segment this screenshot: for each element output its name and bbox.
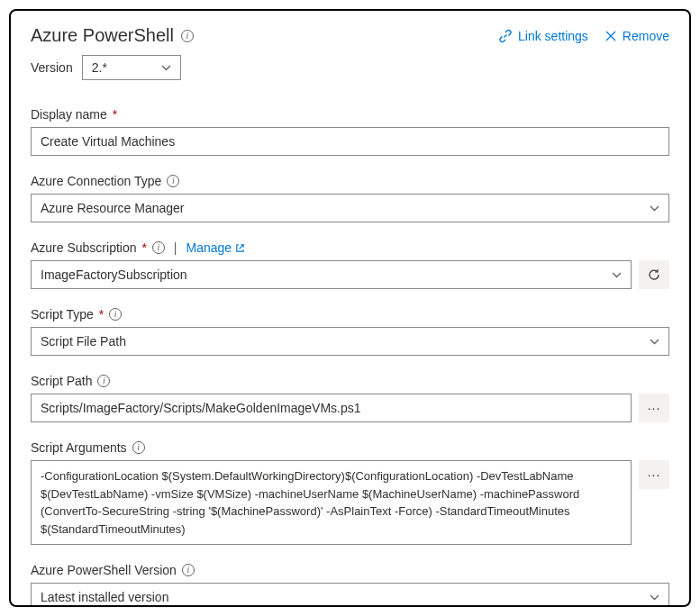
required-marker: * xyxy=(99,307,104,322)
ps-version-value: Latest installed version xyxy=(41,590,168,604)
field-label-row: Script Type * i xyxy=(31,307,669,322)
browse-button[interactable]: ··· xyxy=(639,394,669,422)
version-select[interactable]: 2.* xyxy=(82,55,181,80)
chevron-down-icon xyxy=(650,594,659,601)
input-row: ··· xyxy=(31,460,669,545)
version-value: 2.* xyxy=(92,60,107,75)
script-arguments-input[interactable] xyxy=(31,460,632,545)
connection-type-select[interactable]: Azure Resource Manager xyxy=(31,194,669,222)
chevron-down-icon xyxy=(650,205,659,212)
display-name-field: Display name * xyxy=(31,107,669,156)
expand-button[interactable]: ··· xyxy=(639,460,669,489)
script-arguments-field: Script Arguments i ··· xyxy=(31,440,669,545)
script-arguments-label: Script Arguments xyxy=(31,440,127,455)
input-row: ImageFactorySubscription xyxy=(31,260,669,289)
subscription-select[interactable]: ImageFactorySubscription xyxy=(31,260,632,289)
info-icon[interactable]: i xyxy=(152,241,165,254)
link-settings-button[interactable]: Link settings xyxy=(498,29,588,43)
script-type-label: Script Type * xyxy=(31,307,104,322)
subscription-field: Azure Subscription * i | Manage ImageFac… xyxy=(31,240,669,289)
subscription-value: ImageFactorySubscription xyxy=(41,267,187,282)
field-label-row: Script Path i xyxy=(31,374,669,388)
manage-label: Manage xyxy=(186,240,232,255)
script-type-field: Script Type * i Script File Path xyxy=(31,307,669,356)
connection-type-field: Azure Connection Type i Azure Resource M… xyxy=(31,174,669,222)
input-row: ··· xyxy=(31,394,669,422)
refresh-icon xyxy=(647,267,661,282)
field-label-row: Azure Subscription * i | Manage xyxy=(31,240,669,255)
script-type-select[interactable]: Script File Path xyxy=(31,327,669,356)
title-wrap: Azure PowerShell i xyxy=(31,25,194,46)
field-label-row: Display name * xyxy=(31,107,669,122)
separator: | xyxy=(174,240,177,255)
close-icon xyxy=(605,30,617,42)
chevron-down-icon xyxy=(650,339,659,345)
chevron-down-icon xyxy=(612,272,622,278)
field-label-row: Script Arguments i xyxy=(31,440,669,455)
display-name-label: Display name * xyxy=(31,107,117,122)
info-icon[interactable]: i xyxy=(182,564,195,576)
remove-button[interactable]: Remove xyxy=(605,29,669,43)
info-icon[interactable]: i xyxy=(167,175,179,187)
script-path-input[interactable] xyxy=(31,394,632,422)
page-title: Azure PowerShell xyxy=(31,25,174,46)
connection-type-label: Azure Connection Type xyxy=(31,174,161,188)
ps-version-select[interactable]: Latest installed version xyxy=(31,583,669,607)
ps-version-field: Azure PowerShell Version i Latest instal… xyxy=(31,563,669,607)
field-label-row: Azure Connection Type i xyxy=(31,174,669,188)
info-icon[interactable]: i xyxy=(132,441,145,454)
chevron-down-icon xyxy=(161,65,171,71)
script-type-value: Script File Path xyxy=(41,334,126,349)
manage-link[interactable]: Manage xyxy=(186,240,246,255)
link-icon xyxy=(498,29,513,43)
header-row: Azure PowerShell i Link settings Remove xyxy=(31,25,669,46)
task-config-panel: Azure PowerShell i Link settings Remove xyxy=(9,9,691,607)
version-label: Version xyxy=(31,60,73,75)
ps-version-label: Azure PowerShell Version xyxy=(31,563,177,577)
info-icon[interactable]: i xyxy=(109,308,122,321)
info-icon[interactable]: i xyxy=(97,375,110,387)
script-path-field: Script Path i ··· xyxy=(31,374,669,422)
version-row: Version 2.* xyxy=(31,55,669,80)
subscription-label: Azure Subscription * xyxy=(31,240,147,255)
display-name-input[interactable] xyxy=(31,127,669,156)
link-settings-label: Link settings xyxy=(518,29,588,43)
ellipsis-icon: ··· xyxy=(648,467,661,482)
connection-type-value: Azure Resource Manager xyxy=(41,201,185,215)
script-path-label: Script Path xyxy=(31,374,92,388)
ellipsis-icon: ··· xyxy=(648,401,661,415)
header-actions: Link settings Remove xyxy=(498,29,669,43)
refresh-button[interactable] xyxy=(639,260,669,289)
required-marker: * xyxy=(141,240,146,255)
info-icon[interactable]: i xyxy=(181,30,194,42)
external-link-icon xyxy=(235,243,245,253)
remove-label: Remove xyxy=(623,29,669,43)
required-marker: * xyxy=(113,107,117,122)
field-label-row: Azure PowerShell Version i xyxy=(31,563,669,577)
